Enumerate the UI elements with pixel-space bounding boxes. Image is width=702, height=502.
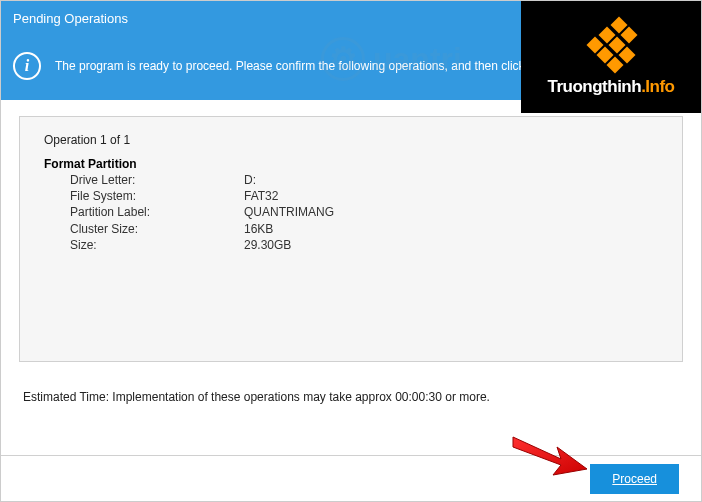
detail-value: QUANTRIMANG [244,204,658,220]
info-banner-text: The program is ready to proceed. Please … [55,59,525,73]
detail-row-cluster-size: Cluster Size: 16KB [70,221,658,237]
operation-title: Format Partition [44,157,658,171]
detail-label: Cluster Size: [70,221,244,237]
watermark-text: Truongthinh.Info [547,77,674,97]
detail-label: Size: [70,237,244,253]
watermark-logo-icon [583,17,639,73]
proceed-button[interactable]: Proceed [590,464,679,494]
detail-label: Partition Label: [70,204,244,220]
detail-value: 29.30GB [244,237,658,253]
dialog-footer: Proceed [1,455,701,501]
detail-value: D: [244,172,658,188]
content-area: Operation 1 of 1 Format Partition Drive … [1,100,701,412]
svg-marker-0 [513,437,587,475]
info-icon: i [13,52,41,80]
watermark-overlay: Truongthinh.Info [521,1,701,113]
operation-counter: Operation 1 of 1 [44,133,658,147]
operation-panel: Operation 1 of 1 Format Partition Drive … [19,116,683,362]
annotation-arrow-icon [511,433,589,479]
detail-value: 16KB [244,221,658,237]
detail-row-partition-label: Partition Label: QUANTRIMANG [70,204,658,220]
detail-row-file-system: File System: FAT32 [70,188,658,204]
window-title: Pending Operations [13,11,128,26]
detail-value: FAT32 [244,188,658,204]
detail-row-size: Size: 29.30GB [70,237,658,253]
estimated-time-text: Estimated Time: Implementation of these … [19,390,683,404]
detail-row-drive-letter: Drive Letter: D: [70,172,658,188]
detail-label: File System: [70,188,244,204]
detail-label: Drive Letter: [70,172,244,188]
operation-details: Drive Letter: D: File System: FAT32 Part… [44,172,658,253]
